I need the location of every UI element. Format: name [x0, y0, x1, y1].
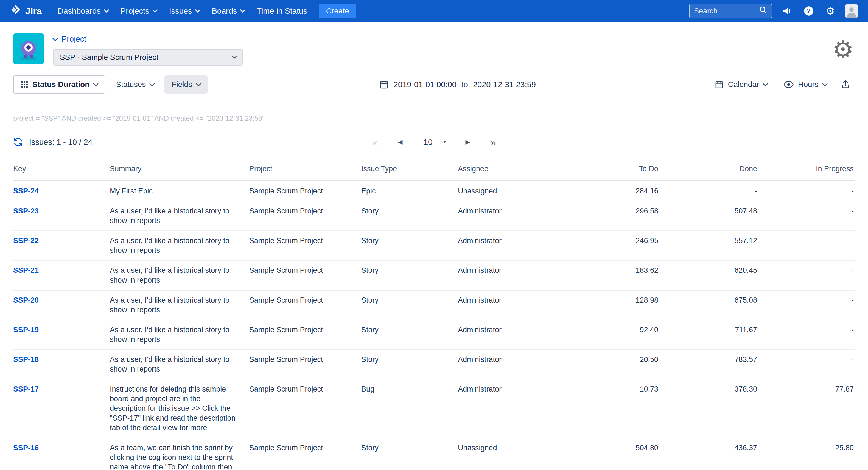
nav-item-projects[interactable]: Projects: [115, 0, 163, 22]
refresh-icon[interactable]: [13, 137, 23, 147]
user-avatar[interactable]: [845, 4, 858, 18]
column-header-done: Done: [659, 165, 758, 173]
search-input[interactable]: [694, 7, 759, 15]
help-icon[interactable]: ?: [802, 4, 815, 18]
issue-key-cell: SSP-24: [13, 186, 110, 196]
chevron-down-icon: [195, 7, 201, 12]
top-navbar: Jira Dashboards Projects Issues Boards T…: [0, 0, 868, 22]
issue-done-value: 711.67: [659, 325, 758, 335]
issue-assignee-cell: Administrator: [458, 384, 576, 394]
issue-summary-cell: As a user, I'd like a historical story t…: [110, 206, 249, 226]
issues-count-label: Issues: 1 - 10 / 24: [29, 138, 93, 147]
table-row: SSP-19As a user, I'd like a historical s…: [13, 320, 855, 350]
nav-item-issues[interactable]: Issues: [163, 0, 206, 22]
issue-project-cell: Sample Scrum Project: [249, 186, 361, 196]
table-row: SSP-22As a user, I'd like a historical s…: [13, 231, 855, 261]
search-box[interactable]: [689, 4, 772, 19]
issue-key-link[interactable]: SSP-21: [13, 266, 39, 274]
settings-gear-icon[interactable]: ⚙: [824, 4, 837, 18]
nav-item-label: Time in Status: [257, 7, 307, 15]
statuses-button[interactable]: Statuses: [109, 75, 161, 94]
fields-button[interactable]: Fields: [164, 75, 208, 94]
issue-assignee-cell: Unassigned: [458, 186, 576, 196]
chevron-down-icon: [763, 81, 768, 87]
nav-item-label: Projects: [121, 7, 149, 15]
issue-key-link[interactable]: SSP-18: [13, 355, 39, 364]
issue-assignee-cell: Unassigned: [458, 443, 576, 453]
issue-inprogress-value: -: [758, 355, 855, 364]
jira-logo[interactable]: Jira: [10, 4, 42, 18]
report-type-button[interactable]: Status Duration: [13, 75, 105, 94]
issue-assignee-cell: Administrator: [458, 236, 576, 245]
statuses-label: Statuses: [116, 80, 146, 89]
table-row: SSP-16As a team, we can finish the sprin…: [13, 438, 855, 470]
previous-page-icon[interactable]: ◀: [396, 139, 405, 146]
issue-key-link[interactable]: SSP-24: [13, 187, 39, 195]
issue-project-cell: Sample Scrum Project: [249, 443, 361, 453]
issue-project-cell: Sample Scrum Project: [249, 296, 361, 305]
issue-project-cell: Sample Scrum Project: [249, 206, 361, 216]
issues-table-body: SSP-24My First EpicSample Scrum ProjectE…: [13, 181, 855, 470]
issue-type-cell: Story: [361, 206, 458, 216]
issue-summary-cell: As a user, I'd like a historical story t…: [110, 236, 249, 255]
nav-right-group: ? ⚙: [689, 4, 858, 19]
issue-key-link[interactable]: SSP-17: [13, 385, 39, 393]
page-size-value[interactable]: 10: [421, 137, 435, 147]
table-header: Key Summary Project Issue Type Assignee …: [13, 160, 855, 181]
chevron-down-icon: [53, 36, 58, 41]
issue-key-link[interactable]: SSP-16: [13, 444, 39, 452]
issue-summary-cell: As a user, I'd like a historical story t…: [110, 325, 249, 344]
chevron-down-icon: [93, 81, 99, 87]
issue-key-cell: SSP-16: [13, 443, 110, 453]
grid-icon: [21, 81, 28, 88]
nav-item-boards[interactable]: Boards: [206, 0, 251, 22]
date-separator: to: [461, 80, 468, 89]
calendar-button[interactable]: Calendar: [708, 75, 775, 94]
issue-key-link[interactable]: SSP-23: [13, 207, 39, 215]
date-from[interactable]: 2019-01-01 00:00: [394, 80, 457, 89]
page-size-dropdown-icon[interactable]: ▼: [442, 140, 447, 144]
column-header-assignee: Assignee: [458, 165, 576, 173]
issue-done-value: 378.30: [659, 384, 758, 394]
issue-summary-cell: My First Epic: [110, 186, 249, 196]
nav-item-dashboards[interactable]: Dashboards: [52, 0, 115, 22]
issue-inprogress-value: -: [758, 325, 855, 335]
project-section-toggle[interactable]: Project: [53, 35, 243, 44]
issue-done-value: 783.57: [659, 355, 758, 364]
last-page-icon[interactable]: »: [489, 137, 498, 147]
chevron-down-icon: [150, 81, 155, 87]
issue-inprogress-value: -: [758, 236, 855, 245]
issue-key-link[interactable]: SSP-19: [13, 326, 39, 334]
issue-done-value: 436.37: [659, 443, 758, 453]
issue-summary-cell: As a user, I'd like a historical story t…: [110, 296, 249, 315]
issue-done-value: 557.12: [659, 236, 758, 245]
next-page-icon[interactable]: ▶: [463, 139, 472, 146]
search-icon: [759, 5, 768, 16]
issue-key-cell: SSP-22: [13, 236, 110, 245]
issue-type-cell: Story: [361, 325, 458, 335]
project-select[interactable]: SSP - Sample Scrum Project: [53, 49, 243, 66]
first-page-icon[interactable]: «: [370, 137, 379, 147]
issue-project-cell: Sample Scrum Project: [249, 355, 361, 364]
export-icon[interactable]: [836, 75, 855, 94]
issue-key-cell: SSP-20: [13, 296, 110, 305]
issue-assignee-cell: Administrator: [458, 206, 576, 216]
column-header-todo: To Do: [576, 165, 659, 173]
issue-type-cell: Story: [361, 355, 458, 364]
create-button[interactable]: Create: [319, 4, 356, 19]
date-to[interactable]: 2020-12-31 23:59: [473, 80, 536, 89]
issue-key-cell: SSP-23: [13, 206, 110, 216]
hours-button[interactable]: Hours: [777, 75, 834, 94]
project-select-value: SSP - Sample Scrum Project: [60, 53, 158, 62]
issue-todo-value: 296.58: [576, 206, 659, 216]
column-header-issue-type: Issue Type: [361, 165, 458, 173]
report-settings-gear-icon[interactable]: ⚙: [832, 38, 854, 62]
nav-item-time-in-status[interactable]: Time in Status: [251, 0, 313, 22]
issue-type-cell: Epic: [361, 186, 458, 196]
issue-done-value: -: [659, 186, 758, 196]
issue-key-link[interactable]: SSP-20: [13, 296, 39, 304]
issue-todo-value: 92.40: [576, 325, 659, 335]
issue-key-link[interactable]: SSP-22: [13, 236, 39, 245]
feedback-megaphone-icon[interactable]: [781, 4, 794, 18]
issue-todo-value: 10.73: [576, 384, 659, 394]
